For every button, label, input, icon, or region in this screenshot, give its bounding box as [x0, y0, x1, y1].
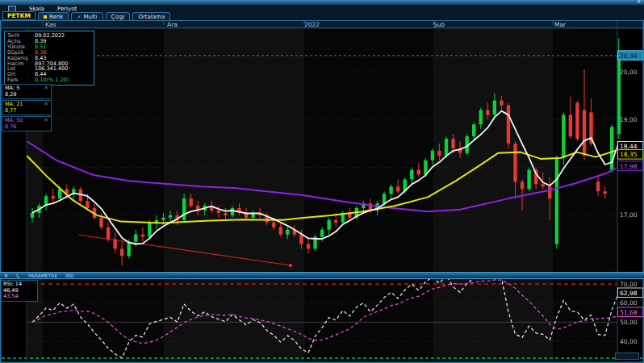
- candle: [327, 220, 330, 230]
- month-label: Şub: [433, 21, 445, 28]
- rsi-RSI-label: 62,98: [620, 290, 638, 297]
- candle: [562, 115, 565, 157]
- menu-bar: Skala Periyot: [0, 5, 644, 12]
- candle: [286, 230, 289, 235]
- price-MA50-label: 17,98: [620, 163, 638, 170]
- candle: [148, 223, 151, 237]
- candle: [320, 230, 324, 237]
- candle: [189, 198, 192, 206]
- parametre-button[interactable]: PARAMETRE: [28, 273, 57, 278]
- rsi-value-2: 43,54: [3, 294, 36, 300]
- candle: [307, 244, 310, 248]
- candle: [575, 103, 579, 139]
- candle: [493, 101, 496, 115]
- candle: [217, 211, 220, 213]
- candle: [500, 101, 503, 106]
- tab-cizgi[interactable]: Çizgi: [106, 12, 131, 20]
- window-close-button[interactable]: ✕: [637, 0, 641, 4]
- rsi-tick-label: 70,00: [620, 281, 638, 288]
- month-band: [433, 29, 553, 271]
- tab-label: Ortalama: [138, 14, 165, 20]
- candle: [120, 248, 123, 256]
- rsi-tick-label: 50,00: [620, 319, 638, 326]
- month-label: Kas: [45, 21, 56, 28]
- candle: [424, 161, 427, 175]
- candle: [86, 201, 89, 208]
- month-band: [164, 29, 304, 271]
- indicator-pane-header: ✕ ∟ PARAMETRE IND: [0, 272, 644, 279]
- price-tick-label: 20,00: [620, 69, 638, 76]
- month-label: Mar: [554, 21, 567, 28]
- ma50-value: 8,76: [5, 124, 48, 131]
- month-label: Ara: [167, 21, 178, 28]
- last-price-label: 20,34: [620, 52, 638, 60]
- candle: [99, 218, 102, 227]
- month-label: 2022: [304, 21, 320, 28]
- ma21-close-icon[interactable]: ✕: [44, 102, 48, 108]
- candle: [555, 158, 558, 244]
- candle: [134, 235, 137, 242]
- tab-multi[interactable]: ✓ Multi: [71, 12, 102, 20]
- trendline-arrow: [289, 264, 292, 267]
- candle: [224, 213, 227, 215]
- month-band: [433, 278, 553, 361]
- candle: [431, 151, 434, 161]
- menu-item-periyot[interactable]: Periyot: [57, 6, 77, 12]
- candle: [410, 170, 413, 180]
- price-tick-label: 19,00: [620, 116, 638, 123]
- change-value: 0,10(% 1,20): [35, 77, 69, 83]
- candle: [334, 220, 337, 223]
- candle: [472, 124, 475, 136]
- chart-canvas: KasAra2022ŞubMar20,0019,0017,0070,0060,0…: [0, 0, 644, 363]
- candle: [603, 191, 606, 194]
- candle: [527, 170, 530, 190]
- tab-ortalama[interactable]: Ortalama: [132, 12, 170, 20]
- check-icon: ✓: [77, 14, 81, 19]
- candle: [542, 184, 545, 186]
- indicator-close-icon[interactable]: ✕: [4, 273, 8, 278]
- candle: [272, 223, 275, 227]
- candle: [479, 110, 483, 124]
- candle: [513, 144, 516, 182]
- candle: [107, 227, 110, 240]
- tab-label: Multi: [83, 14, 97, 20]
- candle: [451, 139, 454, 148]
- candle: [383, 194, 386, 203]
- candle: [583, 110, 586, 155]
- rsi-tick-label: 40,00: [620, 338, 638, 345]
- candle: [569, 115, 572, 136]
- tab-renk[interactable]: Renk: [38, 12, 69, 20]
- candle: [396, 186, 399, 191]
- ind-button[interactable]: IND: [65, 273, 74, 278]
- candle: [161, 218, 165, 220]
- indicator-corner-icon[interactable]: ∟: [16, 273, 20, 278]
- candle: [507, 106, 510, 144]
- color-swatch-icon: [44, 15, 47, 19]
- ma21-value: 8,77: [5, 108, 48, 115]
- ma50-close-icon[interactable]: ✕: [44, 118, 48, 124]
- candle: [417, 170, 420, 175]
- price-MA5-label: 18,44: [620, 143, 638, 150]
- symbol-tab[interactable]: PETKM: [2, 11, 36, 20]
- candle: [445, 139, 448, 156]
- candle: [51, 196, 54, 198]
- candle: [596, 182, 600, 191]
- month-strip: [0, 21, 644, 28]
- chart-window: KasAra2022ŞubMar20,0019,0017,0070,0060,0…: [0, 0, 644, 363]
- ma5-close-icon[interactable]: ✕: [44, 86, 48, 92]
- ohlc-tooltip: Tarih09.02.2022 Açılış8,39 Yüksek8,51 Dü…: [4, 31, 94, 86]
- candle: [437, 151, 441, 156]
- candle: [182, 198, 186, 220]
- price-tick-label: 17,00: [620, 211, 638, 219]
- candle: [486, 110, 489, 115]
- candle: [169, 215, 172, 218]
- ma5-value: 8,29: [5, 92, 48, 98]
- candle: [141, 235, 144, 237]
- ma5-legend: MA: 5 ✕ 8,29: [2, 84, 52, 99]
- rsi-tick-label: 60,00: [620, 299, 638, 307]
- candle: [231, 208, 234, 215]
- tab-bar: PETKM Renk ✓ Multi Çizgi Ortalama: [0, 12, 644, 21]
- ma21-legend: MA: 21 ✕ 8,77: [2, 100, 52, 115]
- resize-grip[interactable]: [615, 353, 639, 360]
- candle: [113, 240, 116, 249]
